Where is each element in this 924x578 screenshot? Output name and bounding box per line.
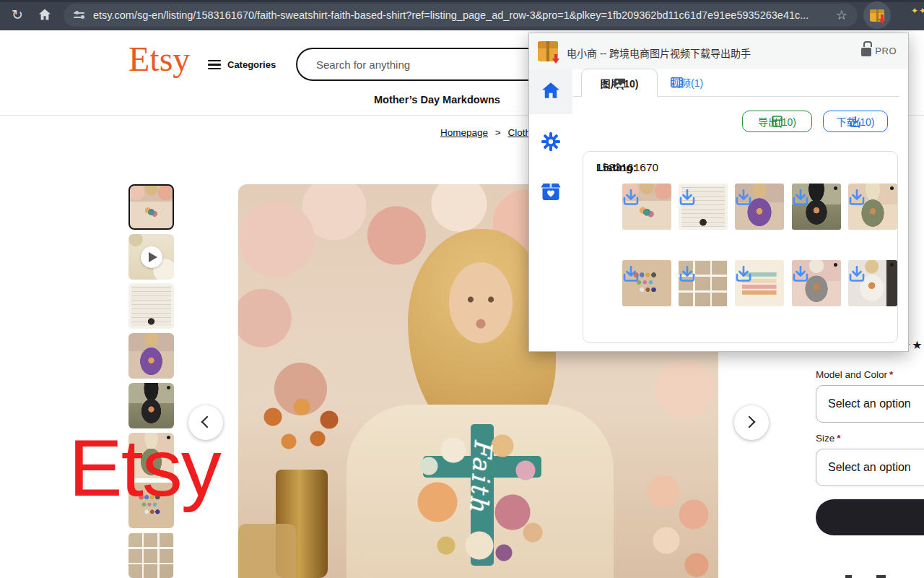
next-image-button[interactable] <box>734 405 769 440</box>
promo-banner-link[interactable]: Mother’s Day Markdowns <box>374 94 500 105</box>
chevron-right-icon <box>744 416 756 428</box>
foreground-vase <box>238 524 296 578</box>
add-to-cart-button[interactable] <box>816 499 924 535</box>
clipped-text-fragment <box>845 575 852 578</box>
play-icon <box>141 246 162 268</box>
gallery-thumb-video[interactable] <box>128 234 174 280</box>
package-icon <box>538 41 558 61</box>
required-asterisk: * <box>837 433 840 444</box>
categories-button[interactable]: Categories <box>208 59 276 70</box>
extension-popup: 电小商 -- 跨境电商图片视频下载导出助手 PRO <box>528 33 909 352</box>
address-bar[interactable]: etsy.com/sg-en/listing/1583161670/faith-… <box>64 4 858 27</box>
popup-header: 电小商 -- 跨境电商图片视频下载导出助手 PRO <box>529 33 908 69</box>
clipped-text-fragment <box>876 575 886 578</box>
listing-id-line: Listing: 1583161670 <box>596 161 658 174</box>
bookmark-star-icon[interactable]: ☆ <box>836 7 847 23</box>
download-icon[interactable] <box>848 266 866 282</box>
site-info-icon[interactable] <box>74 9 86 22</box>
popup-title: 电小商 -- 跨境电商图片视频下载导出助手 <box>567 46 751 60</box>
extension-icon-partial[interactable]: ✦✦ <box>911 6 924 16</box>
download-icon[interactable] <box>679 266 696 282</box>
gallery-thumb-black[interactable] <box>128 383 174 428</box>
download-icon[interactable] <box>622 266 640 282</box>
reload-icon[interactable]: ↻ <box>12 8 23 22</box>
package-icon <box>870 9 884 22</box>
model-color-select[interactable]: Select an option <box>816 385 924 423</box>
download-icon[interactable] <box>792 189 809 205</box>
breadcrumb: Homepage > Cloth <box>440 127 531 138</box>
gallery-thumb-selected[interactable] <box>128 184 174 230</box>
size-select[interactable]: Select an option <box>816 449 924 486</box>
download-icon[interactable] <box>622 189 640 205</box>
download-icon[interactable] <box>848 189 866 205</box>
extension-icon-active[interactable] <box>863 1 891 29</box>
home-icon[interactable] <box>38 7 52 25</box>
export-button[interactable]: 导出(10) <box>742 111 812 132</box>
film-icon <box>671 77 683 87</box>
model-face <box>449 262 513 343</box>
peach-roses <box>639 470 718 578</box>
orange-tulips <box>251 395 352 475</box>
tab-strip-edge <box>0 0 924 2</box>
required-asterisk: * <box>889 369 893 380</box>
listing-card: Listing: 1583161670 <box>583 151 898 343</box>
gallery-thumb-document[interactable] <box>128 283 174 329</box>
download-icon[interactable] <box>679 189 696 205</box>
bag-icon <box>861 48 871 56</box>
size-label: Size* <box>816 433 841 444</box>
image-icon <box>614 78 626 88</box>
breadcrumb-clothing[interactable]: Cloth <box>507 127 531 138</box>
etsy-logo[interactable]: Etsy <box>128 42 190 77</box>
tab-images[interactable]: 图片(10) <box>581 69 658 97</box>
tab-videos[interactable]: 视频(1) <box>671 75 703 90</box>
download-all-button[interactable]: 下载(10) <box>823 111 888 132</box>
breadcrumb-homepage[interactable]: Homepage <box>440 127 488 138</box>
gallery-thumb-collage[interactable] <box>128 532 174 578</box>
breadcrumb-separator: > <box>495 127 501 138</box>
download-icon[interactable] <box>735 266 752 282</box>
browser-toolbar: ↻ etsy.com/sg-en/listing/1583161670/fait… <box>0 0 924 30</box>
model-color-label: Model and Color* <box>816 369 893 380</box>
etsy-watermark-overlay: Etsy <box>69 428 220 509</box>
pro-badge: PRO <box>861 45 897 56</box>
url-text: etsy.com/sg-en/listing/1583161670/faith-… <box>93 9 829 21</box>
download-icon[interactable] <box>792 266 809 282</box>
gallery-thumb-purple[interactable] <box>128 333 174 379</box>
download-icon[interactable] <box>735 189 752 205</box>
hamburger-icon <box>208 60 221 69</box>
categories-label: Categories <box>227 59 276 70</box>
